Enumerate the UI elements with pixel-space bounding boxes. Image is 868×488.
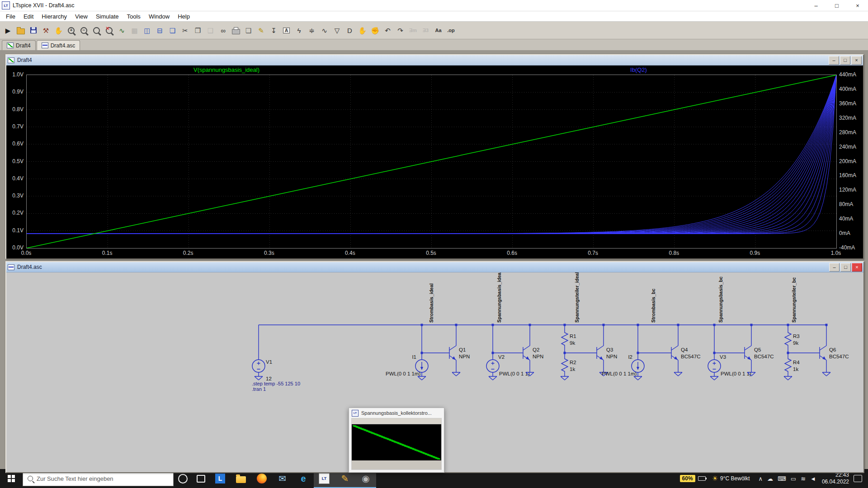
control-panel-icon[interactable]: ⚒ [40, 23, 52, 37]
plot-minimize-button[interactable]: – [829, 56, 839, 65]
zoom-extents-icon[interactable]: ✕ [103, 23, 115, 37]
net-label-Spannungsteiler_bc[interactable]: Spannungsteiler_bc [791, 277, 797, 323]
save-icon[interactable] [27, 23, 39, 37]
diode-icon[interactable]: ▽ [331, 23, 343, 37]
tile-vertical-icon[interactable]: ◫ [141, 23, 153, 37]
circuit-block-Strombasis_ideal[interactable]: I1PWL(0 0 1 1m)Q1NPN [386, 324, 470, 380]
svg-text:Q2: Q2 [533, 347, 539, 352]
onedrive-icon[interactable]: ☁ [767, 475, 773, 482]
resistor-icon[interactable]: ϟ [293, 23, 305, 37]
keyboard-icon[interactable]: ⌨ [778, 475, 786, 482]
menu-item[interactable]: Window [145, 12, 174, 21]
schematic-close-button[interactable]: × [852, 263, 862, 272]
cut-icon[interactable]: ✂ [179, 23, 191, 37]
close-button[interactable]: × [847, 0, 868, 11]
zoom-out-icon[interactable]: − [78, 23, 90, 37]
menu-item[interactable]: Hierarchy [38, 12, 71, 21]
net-label-Spannungsbasis_bc[interactable]: Spannungsbasis_bc [718, 277, 723, 323]
x-tick: 0.3s [264, 250, 274, 256]
waveform-window-icon [8, 57, 14, 63]
graph-area[interactable] [26, 75, 837, 249]
circuit-block-Spannungsbasis_bc[interactable]: V3PWL(0 0 1 1)Q5BC547C [708, 324, 774, 380]
battery-icon[interactable]: ▭ [791, 475, 796, 482]
battery-percent-badge[interactable]: 60% [680, 475, 695, 482]
text-icon[interactable]: Aa [432, 23, 444, 37]
drag-icon[interactable]: ✊ [369, 23, 381, 37]
taskbar-search-input[interactable]: Zur Suche Text hier eingeben [23, 471, 174, 486]
run-icon[interactable]: ▶ [2, 23, 14, 37]
net-label-Strombasis_ideal[interactable]: Strombasis_ideal [429, 283, 434, 323]
circuit-block-Spannungsteiler_bc[interactable]: R39kR41kQ6BC547C [784, 324, 849, 380]
action-center-icon[interactable] [854, 475, 862, 482]
volume-icon[interactable]: ◄ [810, 475, 816, 482]
menu-item[interactable]: Tools [123, 12, 145, 21]
x-tick: 0.0s [21, 250, 32, 256]
move-icon[interactable]: ✋ [356, 23, 368, 37]
schematic-icon [42, 42, 48, 48]
autorange-icon[interactable]: ∿ [116, 23, 128, 37]
menu-item[interactable]: File [2, 12, 19, 21]
taskbar-clock[interactable]: 22:43 06.04.2022 [822, 472, 849, 485]
capacitor-icon[interactable]: ≑ [306, 23, 318, 37]
x-tick: 0.1s [102, 250, 113, 256]
cascade-windows-icon[interactable]: ❏ [166, 23, 179, 37]
menu-item[interactable]: Edit [19, 12, 38, 21]
trace-label-current[interactable]: Ib(Q2) [630, 66, 647, 73]
svg-text:Q3: Q3 [606, 347, 613, 352]
taskbar-edge-icon: e [301, 474, 306, 484]
redo-icon[interactable]: ↷ [394, 23, 406, 37]
menu-item[interactable]: Help [174, 12, 194, 21]
weather-text[interactable]: 9°C Bewölkt [720, 475, 750, 482]
menu-item[interactable]: View [71, 12, 92, 21]
spice-directives[interactable]: .step temp -55 125 10.tran 1 [252, 381, 300, 392]
schematic-minimize-button[interactable]: – [829, 263, 840, 272]
plot-close-button[interactable]: × [851, 56, 862, 65]
print-icon[interactable] [230, 23, 242, 37]
copy-icon[interactable]: ❐ [192, 23, 204, 37]
tab-draft4.asc[interactable]: Draft4.asc [37, 40, 80, 50]
net-label-Spannungsbasis_ideal[interactable]: Spannungsbasis_ideal [496, 272, 502, 323]
rotate-icon[interactable]: Ǝ3 [420, 23, 432, 37]
schematic-restore-button[interactable]: □ [840, 263, 851, 272]
net-label-Spannungsteiler_ideal[interactable]: Spannungsteiler_ideal [574, 272, 580, 323]
undo-icon[interactable]: ↶ [382, 23, 394, 37]
svg-text:R4: R4 [793, 360, 800, 365]
schematic-window-titlebar[interactable]: Draft4.asc – □ × [6, 262, 863, 272]
circuit-block-Spannungsbasis_ideal[interactable]: V2PWL(0 0 1 1)Q2NPN [486, 324, 543, 380]
trace-label-voltage[interactable]: V(spannungsbasis_ideal) [193, 66, 259, 73]
find-icon[interactable]: ∞ [217, 23, 229, 37]
waveform-icon [7, 42, 14, 48]
wifi-icon[interactable]: ≋ [801, 475, 806, 482]
open-icon[interactable] [14, 23, 27, 37]
circuit-block-Strombasis_bc[interactable]: I2PWL(0 0 1 1m)Q4BC547C [602, 324, 700, 380]
label-icon[interactable]: A [280, 23, 292, 37]
print-preview-icon[interactable]: ❏ [242, 23, 255, 37]
plot-restore-button[interactable]: □ [840, 56, 850, 65]
preview-plot-strip [352, 424, 441, 460]
net-label-Strombasis_bc[interactable]: Strombasis_bc [651, 289, 656, 323]
taskbar-preview-popup[interactable]: LT Spannungsbasis_kollektorstro... [349, 408, 444, 473]
tab-draft4[interactable]: Draft4 [2, 40, 36, 50]
zoom-in-icon[interactable]: + [65, 23, 77, 37]
ltspice-app-icon: LT [2, 1, 10, 9]
tile-horizontal-icon[interactable]: ⊟ [154, 23, 166, 37]
svg-text:NPN: NPN [459, 354, 470, 359]
waveform-window-titlebar[interactable]: Draft4 – □ × [6, 55, 863, 66]
inductor-icon[interactable]: ∿ [318, 23, 330, 37]
wire-pencil-icon[interactable]: ✎ [255, 23, 267, 37]
y-left-tick: 0.2V [12, 210, 24, 216]
ground-icon[interactable]: ↧ [268, 23, 280, 37]
plot-settings-icon[interactable]: ▦ [128, 23, 141, 37]
restore-button[interactable]: □ [826, 0, 847, 11]
y-left-tick: 0.4V [12, 175, 24, 182]
component-V1[interactable]: V112 [252, 325, 272, 381]
minimize-button[interactable]: – [806, 0, 826, 11]
halt-icon[interactable]: ✋ [52, 23, 65, 37]
component-icon[interactable]: D [344, 23, 356, 37]
spice-directive-icon[interactable]: .op [445, 23, 457, 37]
menu-item[interactable]: Simulate [92, 12, 123, 21]
zoom-back-icon[interactable] [90, 23, 103, 37]
paste-icon[interactable]: ❑ [204, 23, 217, 37]
mirror-icon[interactable]: Ǝm [407, 23, 419, 37]
hidden-icons-chevron[interactable]: ∧ [759, 475, 763, 482]
